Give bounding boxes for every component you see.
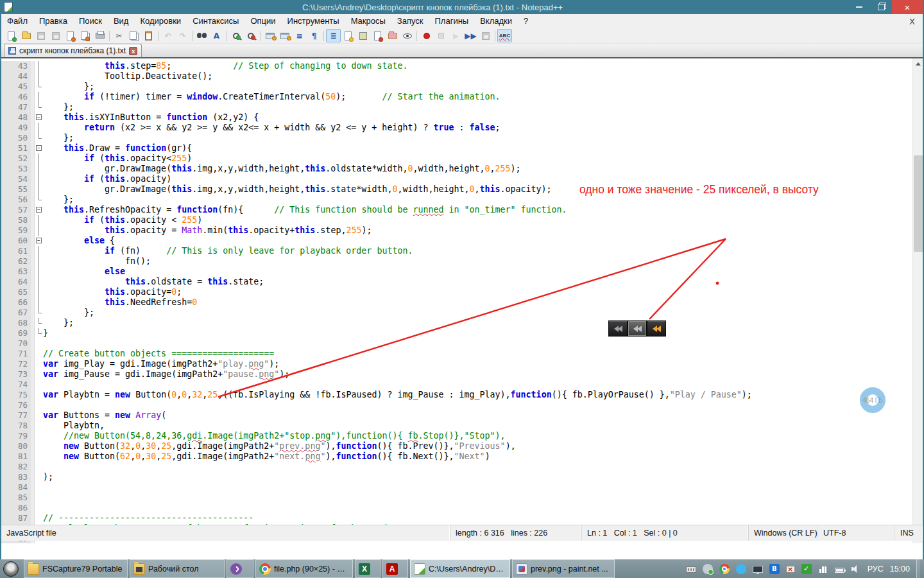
word-wrap-icon[interactable]: ≡: [292, 29, 307, 42]
status-encoding[interactable]: UTF-8: [818, 525, 895, 541]
code-line[interactable]: 48− this.isXYInButton = function (x2,y2)…: [1, 112, 912, 123]
code-line[interactable]: 80 new Button(32,0,30,25,gdi.Image(imgPa…: [1, 441, 912, 451]
menu-item-10[interactable]: Плагины: [429, 14, 475, 28]
run-script-icon[interactable]: [370, 29, 385, 42]
start-button[interactable]: [0, 559, 22, 578]
scrollbar-thumb[interactable]: [914, 155, 923, 252]
display-icon[interactable]: [753, 566, 763, 573]
function-list-icon[interactable]: [341, 29, 355, 42]
cut-icon[interactable]: ✂: [112, 29, 126, 42]
onedrive-icon[interactable]: [736, 564, 746, 574]
menu-item-5[interactable]: Синтаксисы: [187, 14, 244, 28]
vertical-scrollbar[interactable]: [912, 58, 923, 543]
code-line[interactable]: 71// Create button objects =============…: [1, 349, 912, 359]
zoom-out-icon[interactable]: [243, 29, 258, 42]
agent-icon[interactable]: [703, 564, 713, 574]
document-map-icon[interactable]: [355, 29, 370, 42]
open-file-icon[interactable]: [19, 29, 33, 42]
menu-close-x[interactable]: X: [902, 17, 923, 26]
code-line[interactable]: 51− this.Draw = function(gr){: [1, 143, 912, 153]
status-insert-mode[interactable]: INS: [895, 525, 923, 541]
code-line[interactable]: 46 if (!timer) timer = window.CreateTime…: [1, 92, 912, 102]
fold-collapse-box[interactable]: −: [36, 238, 42, 243]
replace-icon[interactable]: A: [209, 29, 224, 42]
show-all-chars-icon[interactable]: ¶: [307, 29, 321, 42]
menu-item-0[interactable]: Файл: [1, 14, 33, 28]
menu-item-12[interactable]: ?: [518, 14, 534, 28]
code-line[interactable]: 63 else: [1, 267, 912, 277]
menu-item-6[interactable]: Опции: [244, 14, 281, 28]
code-line[interactable]: 85: [1, 493, 912, 503]
restore-button[interactable]: [870, 0, 892, 14]
chrome-small-icon[interactable]: [719, 564, 730, 574]
code-line[interactable]: 45 };: [1, 82, 912, 92]
code-line[interactable]: 50 };: [1, 133, 912, 143]
scroll-up-arrow[interactable]: [913, 58, 923, 69]
file-monitoring-icon[interactable]: [400, 29, 415, 42]
keyboard-icon[interactable]: [686, 566, 696, 573]
clock[interactable]: 15:00: [890, 565, 910, 574]
code-line[interactable]: 76: [1, 400, 912, 410]
code-line[interactable]: 43 this.step=85; // Step of changing to …: [1, 61, 912, 71]
battery-icon[interactable]: [835, 568, 844, 573]
editor-area[interactable]: 43 this.step=85; // Step of changing to …: [1, 58, 923, 543]
code-line[interactable]: 86: [1, 503, 912, 513]
task-desktop-toolbar[interactable]: Рабочий стол: [130, 559, 225, 578]
zoom-in-icon[interactable]: [228, 29, 243, 42]
fold-collapse-box[interactable]: −: [36, 207, 42, 213]
code-line[interactable]: 62 fn();: [1, 256, 912, 267]
code-line[interactable]: 77var Buttons = new Array(: [1, 410, 912, 421]
menu-item-2[interactable]: Поиск: [73, 14, 108, 28]
code-line[interactable]: 57− this.RefreshOpacity = function(fn){ …: [1, 205, 912, 215]
code-line[interactable]: 72var img_Play = gdi.Image(imgPath2+"pla…: [1, 359, 912, 369]
volume-icon[interactable]: [851, 564, 861, 574]
show-desktop-button[interactable]: [916, 559, 920, 578]
record-macro-icon[interactable]: [419, 29, 434, 42]
network-icon[interactable]: [818, 564, 828, 574]
menu-item-1[interactable]: Правка: [33, 14, 73, 28]
menu-item-11[interactable]: Вкладки: [474, 14, 518, 28]
code-line[interactable]: 65 this.opacity=0;: [1, 287, 912, 297]
new-file-icon[interactable]: [4, 29, 19, 42]
code-line[interactable]: 79 //new Button(54,8,24,36,gdi.Image(img…: [1, 431, 912, 441]
code-line[interactable]: 78 Playbtn,: [1, 421, 912, 431]
code-line[interactable]: 68 };: [1, 318, 912, 328]
menu-item-4[interactable]: Кодировки: [134, 14, 187, 28]
close-icon[interactable]: [63, 29, 78, 42]
code-line[interactable]: 49 return (x2 >= x && y2 >= y && x2<= x …: [1, 123, 912, 133]
action-icon[interactable]: [786, 566, 795, 573]
code-line[interactable]: 83);: [1, 472, 912, 482]
code-line[interactable]: 87// -----------------------------------…: [1, 513, 912, 523]
code-line[interactable]: 59 this.opacity = Math.min(this.opacity+…: [1, 225, 912, 236]
close-all-icon[interactable]: [78, 29, 92, 42]
task-fscapture[interactable]: FSCapture79 Portable: [24, 559, 128, 578]
code-line[interactable]: 52 if (this.opacity<255): [1, 153, 912, 164]
task-viber[interactable]: [227, 559, 253, 578]
folder-workspace-icon[interactable]: [385, 29, 400, 42]
code-line[interactable]: 58 if (this.opacity < 255): [1, 215, 912, 225]
code-line[interactable]: 70: [1, 338, 912, 349]
paste-icon[interactable]: [141, 29, 156, 42]
minimize-button[interactable]: [848, 0, 870, 14]
code-line[interactable]: 47 };: [1, 102, 912, 112]
close-button[interactable]: ×: [892, 0, 923, 14]
code-line[interactable]: 61 if (fn) // This is only leave for pla…: [1, 246, 912, 256]
code-line[interactable]: 74: [1, 380, 912, 390]
code-line[interactable]: 73var img_Pause = gdi.Image(imgPath2+"pa…: [1, 369, 912, 380]
print-icon[interactable]: [92, 29, 107, 42]
code-line[interactable]: 67 };: [1, 308, 912, 318]
task-acrobat[interactable]: [382, 559, 408, 578]
code-line[interactable]: 69}: [1, 328, 912, 338]
spell-check-icon[interactable]: ABC: [497, 29, 512, 42]
find-icon[interactable]: [194, 29, 209, 42]
code-line[interactable]: 82: [1, 462, 912, 472]
code-line[interactable]: 53 gr.DrawImage(this.img,x,y,width,heigh…: [1, 164, 912, 174]
menu-item-3[interactable]: Вид: [108, 14, 135, 28]
code-line[interactable]: 81 new Button(62,0,30,25,gdi.Image(imgPa…: [1, 451, 912, 462]
menu-item-8[interactable]: Макросы: [345, 14, 391, 28]
task-excel[interactable]: [355, 559, 381, 578]
fold-collapse-box[interactable]: −: [36, 114, 42, 120]
indent-guide-icon[interactable]: ≣: [326, 29, 341, 42]
code-line[interactable]: 44 Tooltip.Deactivate();: [1, 71, 912, 82]
task-paintnet[interactable]: prev.png - paint.net ...: [512, 559, 615, 578]
